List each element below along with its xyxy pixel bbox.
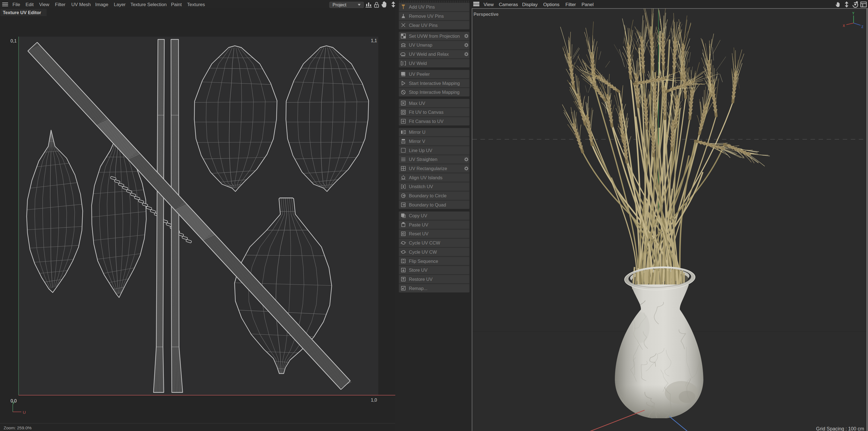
svg-text:Cycle UV CCW: Cycle UV CCW [409,240,440,245]
svg-text:Cameras: Cameras [499,2,518,7]
svg-text:Paint: Paint [171,2,182,7]
svg-text:Paste UV: Paste UV [409,222,428,227]
svg-text:Boundary to Circle: Boundary to Circle [409,193,446,198]
svg-text:Store UV: Store UV [409,268,428,273]
svg-text:View: View [39,2,50,7]
svg-text:Texture Selection: Texture Selection [130,2,166,7]
svg-text:Fit Canvas to UV: Fit Canvas to UV [409,119,443,124]
svg-text:Copy UV: Copy UV [409,213,427,218]
svg-text:Flip Sequence: Flip Sequence [409,259,438,264]
svg-text:Options: Options [543,2,560,7]
svg-text:Stop Interactive Mapping: Stop Interactive Mapping [409,90,460,95]
svg-text:Remap...: Remap... [409,286,428,291]
svg-text:View: View [484,2,494,7]
svg-text:Mirror U: Mirror U [409,130,426,134]
svg-text:Remove UV Pins: Remove UV Pins [409,13,444,19]
svg-text:0,1: 0,1 [10,38,17,43]
svg-text:UV Weld: UV Weld [409,61,427,66]
svg-text:UV Unwrap: UV Unwrap [409,42,432,48]
svg-text:Filter: Filter [55,2,65,7]
svg-text:Clear UV Pins: Clear UV Pins [409,23,438,28]
svg-text:File: File [12,2,20,7]
svg-text:UV Straighten: UV Straighten [409,157,437,162]
svg-text:Align UV Islands: Align UV Islands [409,175,442,180]
svg-text:Add UV Pins: Add UV Pins [409,4,435,9]
svg-text:Reset UV: Reset UV [409,231,429,236]
svg-text:Grid Spacing : 100 cm: Grid Spacing : 100 cm [816,426,864,431]
svg-text:Zoom: 259.0%: Zoom: 259.0% [4,426,32,430]
svg-text:Boundary to Quad: Boundary to Quad [409,202,446,207]
svg-text:Project: Project [333,2,346,7]
svg-text:Textures: Textures [187,2,205,7]
svg-text:X: X [843,24,845,28]
svg-text:Restore UV: Restore UV [409,277,432,282]
svg-text:Image: Image [95,2,108,7]
svg-text:Max UV: Max UV [409,101,425,106]
svg-text:U: U [23,410,26,414]
svg-text:Cycle UV CW: Cycle UV CW [409,249,437,254]
svg-text:UV Peeler: UV Peeler [409,71,430,76]
svg-text:Unstitch UV: Unstitch UV [409,184,433,189]
svg-text:UV Mesh: UV Mesh [71,2,91,7]
svg-text:Z: Z [861,25,863,29]
svg-text:Fit UV to Canvas: Fit UV to Canvas [409,110,443,115]
svg-text:UV Rectangularize: UV Rectangularize [409,166,447,171]
svg-text:Edit: Edit [26,2,34,7]
svg-text:Texture UV Editor: Texture UV Editor [3,10,41,15]
svg-text:Start Interactive Mapping: Start Interactive Mapping [409,81,460,86]
svg-text:Y: Y [852,11,855,15]
svg-text:Layer: Layer [114,2,126,7]
svg-text:1,0: 1,0 [371,398,377,402]
svg-text:Panel: Panel [582,2,593,7]
svg-text:Mirror V: Mirror V [409,139,425,144]
svg-text:Filter: Filter [565,2,576,7]
svg-text:UV Weld and Relax: UV Weld and Relax [409,52,449,57]
svg-text:Line Up UV: Line Up UV [409,148,432,153]
svg-text:Display: Display [522,2,538,7]
svg-text:0,0: 0,0 [10,399,17,403]
svg-text:Set UVW from Projection: Set UVW from Projection [409,34,460,38]
svg-text:1,1: 1,1 [371,38,377,43]
svg-text:Perspective: Perspective [473,12,499,17]
